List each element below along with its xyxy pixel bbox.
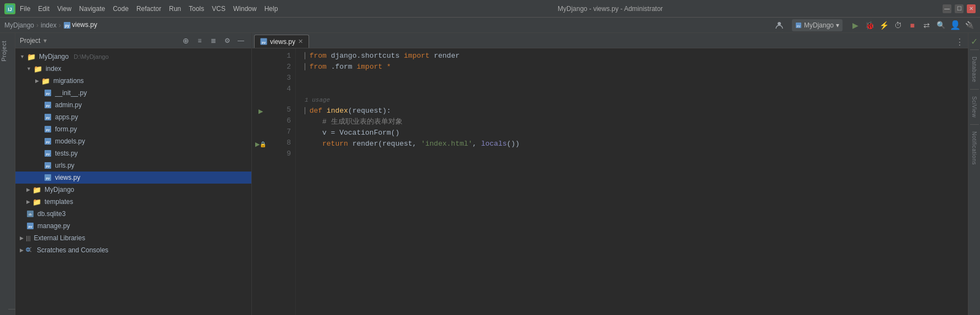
right-panel-database[interactable]: Database [970,52,978,87]
line-num-2: 2 [269,62,291,73]
comment-line-6: # 生成职业表的表单对象 [322,117,403,128]
menu-tools[interactable]: Tools [189,5,204,13]
tree-item-urls[interactable]: py urls.py [15,159,251,172]
window-controls[interactable]: — ☐ ✕ [943,4,976,13]
breadcrumb-sep2: › [59,21,61,29]
account-icon[interactable] [773,19,785,31]
init-label: __init__.py [55,89,87,97]
function-name-index: index [327,106,348,117]
minimize-button[interactable]: — [943,4,951,13]
line-num-4: 4 [269,84,291,95]
tree-item-manage[interactable]: py manage.py [15,220,251,232]
tree-item-models[interactable]: py models.py [15,135,251,147]
line-num-usage [269,95,291,104]
gutter-5-run[interactable]: ▶ [252,106,269,117]
menu-run[interactable]: Run [169,5,181,13]
tree-item-admin[interactable]: py admin.py [15,99,251,111]
expand-arrow-templates: ▶ [26,199,30,205]
form-label: form.py [55,125,77,133]
expand-arrow-root: ▼ [20,54,25,59]
settings-icon[interactable]: ⚙ [221,35,233,47]
menu-vcs[interactable]: VCS [212,5,225,13]
check-status-icon: ✓ [968,35,981,47]
breadcrumb-viewspy[interactable]: py views.py [63,21,97,29]
menu-code[interactable]: Code [113,5,129,13]
run-toolbar[interactable]: ▶ 🐞 ⚡ ⏱ ■ ⇄ 🔍 👤 🔌 [849,19,976,31]
project-tab-label[interactable]: Project [0,37,8,65]
svg-text:py: py [65,24,69,28]
comma-2: , [472,139,481,150]
project-side-tab[interactable]: Project [0,33,15,315]
run-gutter-8[interactable]: ▶ [255,141,260,148]
run-config-dropdown[interactable]: py MyDjango ▾ [792,19,843,31]
tree-item-apps[interactable]: py apps.py [15,111,251,123]
coverage-button[interactable]: ⚡ [878,19,890,31]
svg-line-30 [29,251,31,252]
run-button[interactable]: ▶ [849,19,861,31]
root-path: D:\MyDjango [74,53,109,60]
close-button[interactable]: ✕ [967,4,976,13]
add-icon[interactable]: ⊕ [180,35,192,47]
menu-help[interactable]: Help [265,5,278,13]
collapse-all-icon[interactable]: ≡ [194,35,206,47]
tab-close-icon[interactable]: ✕ [298,38,303,45]
expand-all-icon[interactable]: ≣ [207,35,219,47]
var-v: v [322,128,327,139]
hide-panel-icon[interactable]: — [235,35,247,47]
code-content[interactable]: ▏ from django.shortcuts import render ▏ … [296,48,968,315]
menu-edit[interactable]: Edit [38,5,49,13]
scratches-icon [26,246,34,255]
tree-item-form[interactable]: py form.py [15,123,251,135]
tree-item-views[interactable]: py views.py [15,172,251,184]
right-panel-notifications[interactable]: Notifications [970,127,978,169]
module-2: .form [331,62,353,73]
editor-settings-icon[interactable]: ⋮ [954,36,966,48]
tree-item-mydjango-sub[interactable]: ▶ 📁 MyDjango [15,184,251,196]
svg-text:py: py [46,92,50,95]
gutter-6 [252,117,269,128]
menu-bar[interactable]: File Edit View Navigate Code Refactor Ru… [20,5,278,13]
stop-button[interactable]: ■ [906,19,918,31]
menu-window[interactable]: Window [233,5,257,13]
menu-navigate[interactable]: Navigate [79,5,105,13]
expand-arrow-migrations: ▶ [35,78,39,84]
menu-view[interactable]: View [57,5,71,13]
right-panel-sciview[interactable]: SciView [970,92,978,122]
tree-item-init[interactable]: py __init__.py [15,87,251,99]
right-panel-separator-3 [970,124,979,125]
plugin-icon[interactable]: 🔌 [964,19,976,31]
panel-dropdown-arrow[interactable]: ▾ [43,37,47,45]
menu-refactor[interactable]: Refactor [136,5,161,13]
paren-open: ( [348,106,353,117]
search-icon[interactable]: 🔍 [935,19,947,31]
tests-label: tests.py [55,150,78,157]
breadcrumb-mydjango[interactable]: MyDjango [4,21,34,29]
line-numbers: 1 2 3 4 5 6 7 8 9 [269,48,296,315]
profile-button[interactable]: ⏱ [892,19,904,31]
tree-item-external-libraries[interactable]: ▶ ||| External Libraries [15,232,251,244]
tree-item-templates[interactable]: ▶ 📁 templates [15,196,251,208]
tab-label: views.py [270,38,295,46]
arg-request: request [382,139,412,150]
code-line-5: ▏ def index ( request ): [305,106,968,117]
breadcrumb-index[interactable]: index [41,21,57,29]
tree-item-scratches[interactable]: ▶ Scratches and Consoles [15,244,251,256]
tree-item-migrations[interactable]: ▶ 📁 migrations [15,75,251,87]
tree-item-index[interactable]: ▼ 📁 index [15,63,251,75]
param-request: request [353,106,383,117]
user-profile-icon[interactable]: 👤 [949,19,961,31]
maximize-button[interactable]: ☐ [955,4,964,13]
views-label: views.py [55,174,80,181]
tree-root-mydjango[interactable]: ▼ 📁 MyDjango D:\MyDjango [15,51,251,63]
editor-tab-viewspy[interactable]: py views.py ✕ [254,35,309,48]
translate-button[interactable]: ⇄ [921,19,933,31]
code-editor[interactable]: ▶ ▶ 🔒 1 2 3 4 5 6 7 8 9 [252,48,968,315]
tree-header-actions[interactable]: ⊕ ≡ ≣ ⚙ — [180,35,247,47]
tree-item-tests[interactable]: py tests.py [15,147,251,159]
debug-button[interactable]: 🐞 [863,19,876,31]
keyword-from-2: from [310,62,327,73]
right-panels: ✓ Database SciView Notifications [968,33,980,315]
tree-item-db[interactable]: db db.sqlite3 [15,208,251,220]
lock-gutter-8: 🔒 [260,141,266,147]
menu-file[interactable]: File [20,5,30,13]
